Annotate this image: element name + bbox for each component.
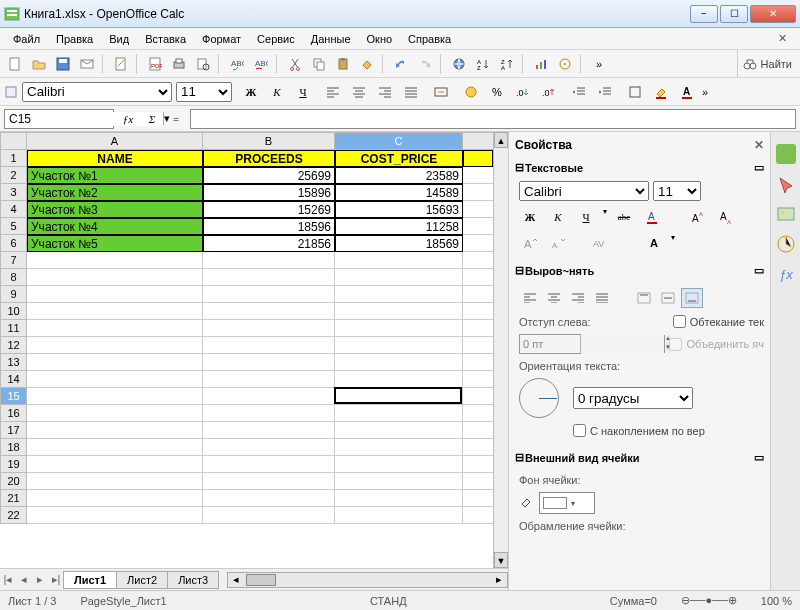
equals-button[interactable]: = — [166, 109, 186, 129]
cell[interactable] — [463, 286, 493, 303]
row-header[interactable]: 13 — [0, 354, 27, 371]
cell[interactable] — [463, 354, 493, 371]
cell[interactable] — [463, 269, 493, 286]
wrap-checkbox[interactable] — [673, 315, 686, 328]
cell[interactable] — [27, 405, 203, 422]
sidebar-grow-font[interactable]: A — [519, 233, 541, 253]
preview-button[interactable] — [192, 53, 214, 75]
cell[interactable] — [203, 286, 335, 303]
halign-justify[interactable] — [591, 288, 613, 308]
cell[interactable] — [203, 456, 335, 473]
styles-button[interactable] — [4, 85, 18, 99]
cell[interactable] — [203, 337, 335, 354]
deck-gallery-icon[interactable] — [776, 204, 796, 224]
sidebar-font-select[interactable]: Calibri — [519, 181, 649, 201]
row-header[interactable]: 8 — [0, 269, 27, 286]
cell[interactable] — [335, 354, 463, 371]
menu-insert[interactable]: Вставка — [138, 31, 193, 47]
cell[interactable] — [463, 218, 493, 235]
formula-input[interactable] — [190, 109, 796, 129]
row-header[interactable]: 20 — [0, 473, 27, 490]
save-button[interactable] — [52, 53, 74, 75]
col-header-C[interactable]: C — [335, 132, 463, 150]
cell[interactable]: 18596 — [203, 218, 335, 235]
cell[interactable] — [463, 167, 493, 184]
cell[interactable] — [463, 252, 493, 269]
row-header[interactable]: 2 — [0, 167, 27, 184]
add-decimal-button[interactable]: .0 — [512, 81, 534, 103]
toolbar-overflow[interactable]: » — [588, 53, 610, 75]
cell[interactable] — [27, 269, 203, 286]
find-label[interactable]: Найти — [761, 58, 792, 70]
cell[interactable]: 25699 — [203, 167, 335, 184]
cell[interactable] — [27, 354, 203, 371]
cell[interactable]: 15896 — [203, 184, 335, 201]
tab-last[interactable]: ▸| — [48, 573, 64, 586]
cut-button[interactable] — [284, 53, 306, 75]
align-section-title[interactable]: Выров~нять — [525, 265, 594, 277]
cell[interactable]: Участок №3 — [27, 201, 203, 218]
col-header-B[interactable]: B — [203, 132, 335, 150]
sidebar-size-select[interactable]: 11 — [653, 181, 701, 201]
cell[interactable] — [335, 473, 463, 490]
cell[interactable]: Участок №5 — [27, 235, 203, 252]
halign-center[interactable] — [543, 288, 565, 308]
orientation-dial[interactable] — [519, 378, 559, 418]
row-header[interactable]: 21 — [0, 490, 27, 507]
sidebar-close-icon[interactable]: ✕ — [754, 138, 764, 152]
row-header[interactable]: 12 — [0, 337, 27, 354]
format-paint-button[interactable] — [356, 53, 378, 75]
spellcheck-button[interactable]: ABC — [226, 53, 248, 75]
cell[interactable]: NAME — [27, 150, 203, 167]
binoculars-icon[interactable] — [742, 57, 758, 71]
cell[interactable] — [27, 286, 203, 303]
cell[interactable] — [335, 490, 463, 507]
cell[interactable] — [463, 184, 493, 201]
sidebar-underline[interactable]: Ч — [575, 207, 597, 227]
cell[interactable] — [335, 303, 463, 320]
open-button[interactable] — [28, 53, 50, 75]
cell[interactable] — [203, 439, 335, 456]
cell[interactable] — [335, 388, 463, 405]
cell[interactable] — [463, 507, 493, 524]
cell[interactable] — [335, 405, 463, 422]
close-button[interactable]: ✕ — [750, 5, 796, 23]
deck-properties-icon[interactable] — [776, 144, 796, 164]
align-justify-button[interactable] — [400, 81, 422, 103]
cell[interactable]: PROCEEDS — [203, 150, 335, 167]
fontcolor-button[interactable]: A — [676, 81, 698, 103]
borders-button[interactable] — [624, 81, 646, 103]
sort-asc-button[interactable]: AZ — [472, 53, 494, 75]
align-left-button[interactable] — [322, 81, 344, 103]
row-header[interactable]: 9 — [0, 286, 27, 303]
merge-cells-button[interactable] — [430, 81, 452, 103]
row-header[interactable]: 22 — [0, 507, 27, 524]
cell[interactable] — [203, 252, 335, 269]
row-header[interactable]: 11 — [0, 320, 27, 337]
row-header[interactable]: 5 — [0, 218, 27, 235]
edit-doc-button[interactable] — [110, 53, 132, 75]
tab-prev[interactable]: ◂ — [16, 573, 32, 586]
formatting-overflow[interactable]: » — [702, 86, 708, 98]
undo-button[interactable] — [390, 53, 412, 75]
cell[interactable] — [27, 320, 203, 337]
cell[interactable] — [335, 422, 463, 439]
cell[interactable] — [27, 490, 203, 507]
sheet-tab-2[interactable]: Лист2 — [116, 571, 168, 589]
redo-button[interactable] — [414, 53, 436, 75]
cell-section-title[interactable]: Внешний вид ячейки — [525, 452, 640, 464]
cell[interactable] — [27, 507, 203, 524]
copy-button[interactable] — [308, 53, 330, 75]
sidebar-superscript[interactable]: AA — [687, 207, 709, 227]
remove-decimal-button[interactable]: .0 — [538, 81, 560, 103]
degrees-select[interactable]: 0 градусы — [573, 387, 693, 409]
row-header[interactable]: 4 — [0, 201, 27, 218]
sidebar-strike[interactable]: abc — [613, 207, 635, 227]
cell[interactable] — [463, 320, 493, 337]
cell[interactable]: COST_PRICE — [335, 150, 463, 167]
cell[interactable]: 18569 — [335, 235, 463, 252]
sidebar-bold[interactable]: Ж — [519, 207, 541, 227]
menu-file[interactable]: Файл — [6, 31, 47, 47]
hyperlink-button[interactable] — [448, 53, 470, 75]
grid-body[interactable]: 1NAMEPROCEEDSCOST_PRICE2Участок №1256992… — [0, 150, 493, 568]
